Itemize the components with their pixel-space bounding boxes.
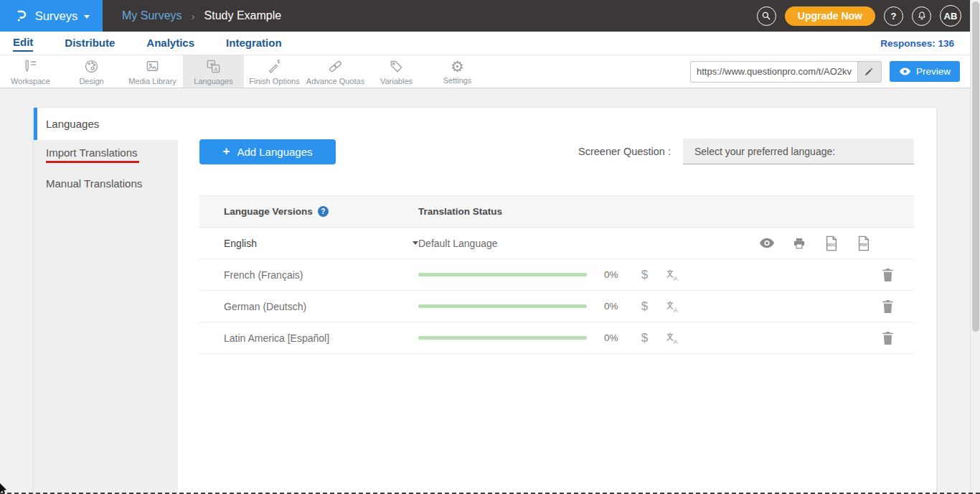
toolbar-item-advance-quotas[interactable]: Advance Quotas [305, 55, 366, 88]
tab-distribute[interactable]: Distribute [65, 35, 115, 51]
tab-analytics[interactable]: Analytics [146, 35, 194, 51]
toolbar-item-media-library[interactable]: Media Library [122, 55, 183, 88]
delete-trash-icon[interactable] [879, 297, 897, 315]
print-icon[interactable] [790, 234, 808, 252]
scrollbar-thumb[interactable] [972, 1, 979, 332]
languages-panel: Languages Import Translations Manual Tra… [34, 108, 936, 494]
media-library-icon [144, 58, 161, 75]
language-name: English [224, 238, 257, 249]
svg-text:PDF: PDF [859, 243, 868, 247]
breadcrumb-my-surveys[interactable]: My Surveys [122, 9, 182, 22]
progress-percent: 0% [604, 332, 636, 343]
workspace-icon [22, 58, 39, 75]
notifications-button[interactable] [912, 6, 931, 26]
svg-text:A: A [673, 306, 677, 313]
progress-percent: 0% [604, 301, 636, 312]
translate-icon[interactable]: A [664, 297, 682, 315]
primary-nav: Edit Distribute Analytics Integration Re… [0, 32, 980, 55]
upgrade-now-button[interactable]: Upgrade Now [785, 6, 875, 26]
product-name: Surveys [35, 9, 78, 23]
design-palette-icon [83, 58, 100, 75]
survey-toolbar: Workspace Design Media Library ★ A Langu… [0, 55, 980, 88]
table-row-default-language: English Default Language [199, 228, 914, 259]
help-icon[interactable]: ? [318, 206, 329, 217]
questionpro-logo-icon [13, 7, 29, 24]
breadcrumb-separator: › [192, 10, 195, 22]
tab-edit[interactable]: Edit [13, 34, 33, 52]
toolbar-item-workspace[interactable]: Workspace [0, 55, 61, 88]
translation-progress-bar [418, 336, 587, 340]
search-icon [760, 10, 772, 22]
screener-question-select[interactable]: Select your preferred language: [683, 139, 914, 164]
user-avatar[interactable]: AB [940, 5, 961, 27]
edit-url-button[interactable] [857, 62, 881, 82]
question-mark-icon: ? [891, 11, 897, 22]
view-eye-icon[interactable] [758, 234, 776, 252]
sidebar-item-languages[interactable]: Languages [34, 108, 178, 140]
page-scrollbar[interactable] [970, 0, 980, 494]
table-header-row: Language Versions ? Translation Status [199, 195, 914, 228]
bell-icon [916, 10, 928, 22]
pencil-icon [864, 66, 875, 77]
breadcrumb-current-survey: Study Example [204, 9, 282, 22]
language-name: Latin America [Español] [224, 332, 329, 344]
preview-button[interactable]: Preview [890, 61, 960, 82]
breadcrumb: My Surveys › Study Example [122, 9, 281, 22]
toolbar-item-variables[interactable]: Variables [366, 55, 427, 88]
svg-text:A: A [214, 65, 218, 72]
language-name: German (Deutsch) [224, 301, 306, 312]
tab-integration[interactable]: Integration [226, 35, 282, 51]
language-dropdown-caret-icon[interactable] [413, 241, 418, 245]
column-translation-status: Translation Status [418, 206, 502, 217]
screener-question-label: Screener Question : [578, 146, 671, 157]
preview-eye-icon [899, 67, 911, 76]
add-languages-button[interactable]: + Add Languages [199, 139, 336, 164]
svg-text:A: A [673, 274, 677, 281]
survey-url-box [690, 61, 882, 83]
plus-icon: + [222, 144, 230, 159]
main-area: Languages Import Translations Manual Tra… [0, 88, 980, 494]
languages-table: Language Versions ? Translation Status E… [199, 195, 914, 354]
toolbar-item-finish-options[interactable]: Finish Options [244, 55, 305, 88]
default-row-actions: DOC PDF [758, 234, 872, 252]
svg-text:DOC: DOC [827, 243, 837, 247]
topbar-actions: Upgrade Now ? AB [757, 5, 961, 27]
language-name: French (Français) [224, 269, 303, 281]
languages-content: + Add Languages Screener Question : Sele… [178, 108, 936, 494]
translation-progress-bar [418, 304, 587, 308]
toolbar-item-languages[interactable]: ★ A Languages [183, 55, 244, 88]
pdf-export-icon[interactable]: PDF [854, 234, 872, 252]
translation-progress-bar [418, 273, 587, 276]
finish-options-wand-icon [266, 58, 283, 75]
toolbar-item-design[interactable]: Design [61, 55, 122, 88]
svg-text:A: A [673, 337, 677, 345]
survey-url-input[interactable] [691, 66, 857, 77]
chevron-down-icon [84, 15, 90, 19]
table-row-language: German (Deutsch) 0% $ A [199, 291, 914, 322]
delete-trash-icon[interactable] [879, 266, 897, 284]
variables-tag-icon [388, 58, 405, 75]
toolbar-item-settings[interactable]: ⚙ Settings [427, 55, 488, 88]
doc-export-icon[interactable]: DOC [822, 234, 840, 252]
help-button[interactable]: ? [884, 6, 903, 26]
delete-trash-icon[interactable] [879, 329, 897, 347]
settings-gear-icon: ⚙ [451, 59, 464, 74]
sidebar-item-import-translations[interactable]: Import Translations [34, 140, 178, 169]
default-language-status: Default Language [418, 238, 498, 249]
sidebar-item-manual-translations[interactable]: Manual Translations [34, 169, 178, 197]
table-row-language: Latin America [Español] 0% $ A [199, 322, 914, 354]
settings-sidebar: Languages Import Translations Manual Tra… [34, 108, 178, 494]
column-language-versions: Language Versions ? [199, 206, 418, 217]
dollar-icon[interactable]: $ [636, 266, 654, 284]
progress-percent: 0% [604, 269, 636, 280]
table-row-language: French (Français) 0% $ A [199, 259, 914, 291]
dollar-icon[interactable]: $ [636, 329, 654, 347]
translate-icon[interactable]: A [664, 329, 682, 347]
controls-row: + Add Languages Screener Question : Sele… [199, 139, 914, 164]
search-button[interactable] [757, 6, 776, 26]
languages-icon: ★ A [205, 58, 222, 75]
translate-icon[interactable]: A [664, 266, 682, 284]
surveys-product-menu[interactable]: Surveys [0, 0, 103, 32]
responses-count[interactable]: Responses: 136 [880, 38, 954, 49]
dollar-icon[interactable]: $ [636, 297, 654, 315]
